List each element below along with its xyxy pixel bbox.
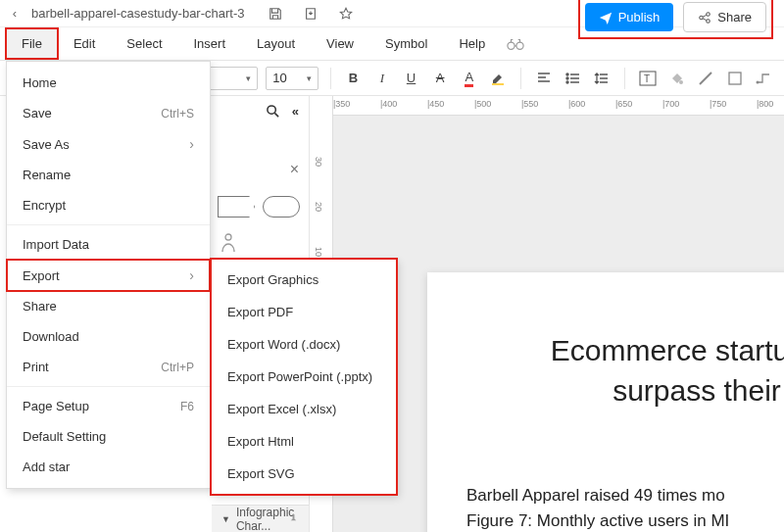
menu-divider [7,224,210,225]
separator [330,68,331,89]
shortcut: Ctrl+S [161,107,194,121]
export-powerpoint[interactable]: Export PowerPoint (.pptx) [212,361,396,393]
shortcut: F6 [180,400,194,413]
menu-help[interactable]: Help [443,28,501,59]
panel-search-icon[interactable] [266,104,280,119]
ruler-tick: |400 [380,99,397,109]
underline-icon[interactable]: U [401,68,422,89]
ruler-tick: |800 [757,99,773,109]
font-size-select[interactable]: 10 ▾ [266,67,318,90]
svg-point-2 [707,19,710,23]
export-svg[interactable]: Export SVG [212,458,396,490]
menu-label: Save As [23,137,70,152]
accordion-infographic[interactable]: ▼ Infographic Char... [212,505,309,532]
share-label: Share [717,10,752,24]
menu-export[interactable]: Export [7,260,210,291]
svg-point-14 [268,105,275,113]
ruler-tick: 20 [314,202,323,212]
menu-label: Rename [23,168,71,182]
menu-encrypt[interactable]: Encrypt [7,190,210,220]
body-line-2: Figure 7: Monthly active users in MI [466,508,784,533]
export-word[interactable]: Export Word (.docx) [212,328,396,361]
menu-file[interactable]: File [6,28,58,59]
back-button[interactable]: ‹ [8,6,22,21]
strikethrough-icon[interactable]: A [429,68,451,89]
svg-point-11 [679,80,683,84]
shape-pill[interactable] [263,196,300,218]
font-color-icon[interactable]: A [459,68,480,89]
menu-download[interactable]: Download [7,321,210,352]
menu-default-setting[interactable]: Default Setting [7,421,210,452]
menu-insert[interactable]: Insert [178,28,242,59]
document-page[interactable]: Ecommerce startup Barbe surpass their Ki… [427,272,784,532]
menu-save[interactable]: SaveCtrl+S [7,98,210,128]
menu-page-setup[interactable]: Page SetupF6 [7,391,210,421]
shape-outline-icon[interactable] [724,68,746,89]
menu-label: Download [23,329,79,344]
svg-text:T: T [644,73,650,84]
menu-print[interactable]: PrintCtrl+P [7,352,210,382]
menu-rename[interactable]: Rename [7,160,210,190]
export-html[interactable]: Export Html [212,425,396,458]
page-body: Barbell Apparel raised 49 times mo Figur… [466,483,784,532]
bold-icon[interactable]: B [343,68,365,89]
export-excel[interactable]: Export Excel (.xlsx) [212,393,396,425]
svg-point-4 [516,42,523,49]
shape-flag[interactable] [218,196,255,218]
menu-save-as[interactable]: Save As [7,128,210,160]
connector-icon[interactable] [753,68,774,89]
svg-point-15 [225,234,231,240]
ruler-tick: 10 [314,247,323,257]
document-filename: barbell-apparel-casestudy-bar-chart-3 [31,6,245,21]
publish-label: Publish [618,10,661,24]
ruler-tick: |550 [521,99,538,109]
menu-symbol[interactable]: Symbol [369,28,443,59]
export-pdf[interactable]: Export PDF [212,296,396,328]
italic-icon[interactable]: I [371,68,393,89]
align-icon[interactable] [533,68,555,89]
line-tool-icon[interactable] [695,68,716,89]
menu-label: Add star [23,459,70,474]
ruler-tick: |600 [568,99,585,109]
binoculars-icon[interactable] [507,37,524,51]
chevron-down-icon: ▾ [307,73,312,83]
menu-label: Save [23,106,52,121]
menu-edit[interactable]: Edit [58,28,111,59]
highlight-color-icon[interactable] [488,68,510,89]
panel-collapse-icon[interactable]: « [292,104,299,119]
export-quick-icon[interactable] [304,7,318,21]
svg-point-1 [707,12,710,16]
svg-point-7 [566,77,568,79]
menu-share[interactable]: Share [7,291,210,321]
panel-close-icon[interactable]: × [290,161,299,178]
menu-select[interactable]: Select [111,28,177,59]
svg-rect-12 [729,73,741,84]
menu-label: Share [23,299,57,314]
export-graphics[interactable]: Export Graphics [212,264,396,296]
menu-home[interactable]: Home [7,68,210,98]
menu-label: Print [23,360,49,374]
menu-view[interactable]: View [311,28,369,59]
ruler-tick: |750 [710,99,726,109]
menu-label: Home [23,75,57,90]
line-spacing-icon[interactable] [591,68,612,89]
menu-import-data[interactable]: Import Data [7,229,210,260]
save-icon[interactable] [269,7,282,21]
list-icon[interactable] [563,68,584,89]
ruler-tick: |500 [474,99,491,109]
shortcut: Ctrl+P [161,361,194,374]
pin-icon[interactable] [288,513,299,524]
text-box-icon[interactable]: T [637,68,659,89]
export-submenu: Export Graphics Export PDF Export Word (… [211,259,397,495]
shape-person-icon[interactable] [220,233,237,253]
horizontal-ruler: |350 |400 |450 |500 |550 |600 |650 |700 … [333,96,784,116]
menu-label: Encrypt [23,198,66,213]
file-menu-dropdown: Home SaveCtrl+S Save As Rename Encrypt I… [6,61,211,489]
menu-add-star[interactable]: Add star [7,452,210,482]
menu-layout[interactable]: Layout [241,28,311,59]
star-icon[interactable] [339,7,353,21]
page-title: Ecommerce startup Barbe surpass their Ki… [466,331,784,411]
fill-color-icon[interactable] [666,68,688,89]
ruler-tick: 30 [314,157,323,167]
font-size-value: 10 [272,71,286,85]
